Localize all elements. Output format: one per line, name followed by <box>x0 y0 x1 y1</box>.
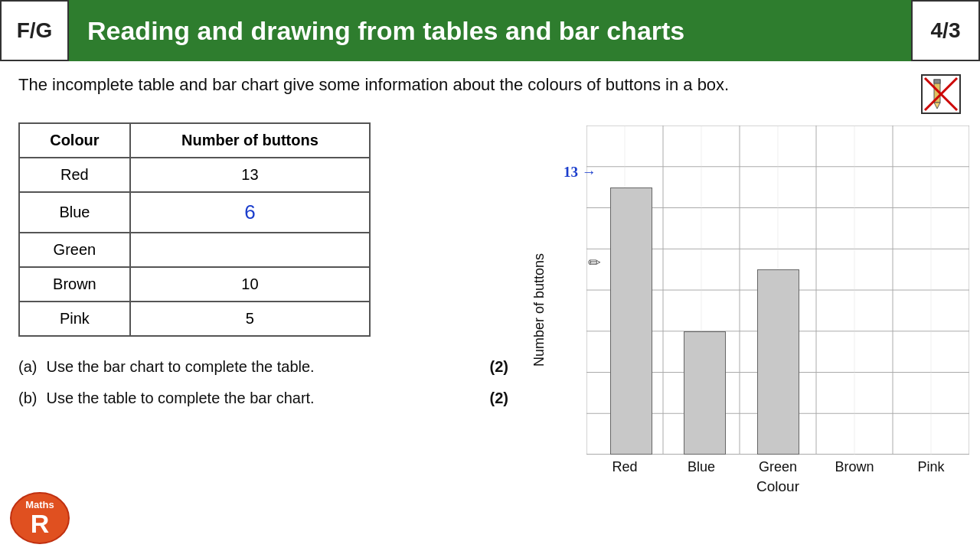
bars-container <box>586 126 969 455</box>
table-row: Brown <box>19 267 130 302</box>
header-label: F/G <box>0 0 69 61</box>
grid-and-bars: 0246810121416 13 → ✏ <box>586 126 969 455</box>
table-value-cell: 5 <box>130 302 370 336</box>
questions-section: (a)Use the bar chart to complete the tab… <box>18 352 508 427</box>
table-value-cell <box>130 233 370 267</box>
question-text: Use the table to complete the bar chart. <box>46 390 477 407</box>
chart-wrapper: Number of buttons 0246810121416 13 → <box>531 126 960 495</box>
table-value-cell: 13 <box>130 158 370 192</box>
main-content: Colour Number of buttons Red13Blue6Green… <box>0 122 980 495</box>
maths-logo: Maths R <box>9 491 70 545</box>
header-page: 4/3 <box>911 0 980 61</box>
question-marks: (2) <box>490 358 508 376</box>
svg-marker-2 <box>934 103 940 109</box>
bar-group <box>741 126 815 455</box>
no-calculator-icon <box>920 73 962 115</box>
x-axis-label: Blue <box>663 455 740 475</box>
question-label: (a) <box>18 358 37 376</box>
svg-text:R: R <box>31 509 50 538</box>
y-axis-label: Number of buttons <box>531 253 547 367</box>
data-table: Colour Number of buttons Red13Blue6Green… <box>18 122 371 337</box>
x-axis-label: Pink <box>893 455 969 475</box>
intro-section: The incomplete table and bar chart give … <box>0 61 980 122</box>
bar-red <box>610 187 652 455</box>
table-row: Blue <box>19 192 130 233</box>
bar-group <box>888 126 962 455</box>
svg-rect-3 <box>934 80 940 83</box>
title-text: Reading and drawing from tables and bar … <box>87 16 684 46</box>
pencil-cursor: ✏ <box>588 253 601 272</box>
question: (b)Use the table to complete the bar cha… <box>18 390 508 407</box>
bar-green <box>757 269 799 455</box>
x-axis-label: Red <box>586 455 663 475</box>
col-colour-header: Colour <box>19 123 130 158</box>
question-label: (b) <box>18 390 37 407</box>
bar-group <box>594 126 668 455</box>
logo-svg: Maths R <box>9 491 70 545</box>
question-marks: (2) <box>490 390 508 407</box>
x-labels: RedBlueGreenBrownPink <box>586 455 969 475</box>
left-panel: Colour Number of buttons Red13Blue6Green… <box>18 122 508 495</box>
bar-group <box>815 126 888 455</box>
question-text: Use the bar chart to complete the table. <box>46 358 477 376</box>
table-row: Green <box>19 233 130 267</box>
chart-container: Number of buttons 0246810121416 13 → <box>531 122 962 495</box>
x-axis-label: Brown <box>816 455 893 475</box>
header-title: Reading and drawing from tables and bar … <box>69 0 911 61</box>
bar-blue <box>684 331 726 455</box>
chart-area: Number of buttons 0246810121416 13 → <box>531 126 960 495</box>
question: (a)Use the bar chart to complete the tab… <box>18 358 508 376</box>
table-row: Red <box>19 158 130 192</box>
chart-plot: 0246810121416 13 → ✏ RedBlueGreenBrownPi… <box>552 126 958 495</box>
intro-text: The incomplete table and bar chart give … <box>18 73 911 97</box>
x-axis-label: Green <box>740 455 816 475</box>
table-value-cell: 6 <box>130 192 370 233</box>
x-axis-title: Colour <box>586 478 969 495</box>
fg-text: F/G <box>17 18 53 43</box>
header: F/G Reading and drawing from tables and … <box>0 0 980 61</box>
table-value-cell: 10 <box>130 267 370 302</box>
page-number: 4/3 <box>931 18 961 43</box>
annotation-13: 13 → <box>564 164 596 181</box>
table-row: Pink <box>19 302 130 336</box>
bar-group <box>668 126 741 455</box>
col-value-header: Number of buttons <box>130 123 370 158</box>
